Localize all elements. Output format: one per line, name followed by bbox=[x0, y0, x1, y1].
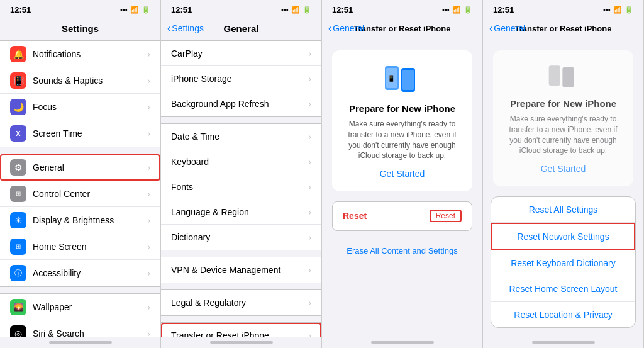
chevron-icon: › bbox=[308, 132, 311, 142]
nav-back-2[interactable]: ‹ Settings bbox=[167, 23, 204, 34]
get-started-link-bg[interactable]: Get Started bbox=[541, 164, 586, 174]
carplay-label: CarPlay bbox=[171, 48, 306, 59]
battery-icon-2: 🔋 bbox=[303, 6, 311, 14]
chevron-icon: › bbox=[308, 330, 311, 337]
panel-general: 12:51 ▪▪▪ 📶 🔋 ‹ Settings General CarPlay… bbox=[161, 0, 322, 348]
general-label: General bbox=[33, 162, 145, 172]
sidebar-item-focus[interactable]: 🌙 Focus › bbox=[0, 94, 160, 120]
reset-badge: Reset bbox=[430, 210, 462, 222]
sidebar-item-notifications[interactable]: 🔔 Notifications › bbox=[0, 41, 160, 67]
general-row-carplay[interactable]: CarPlay › bbox=[161, 41, 321, 66]
wifi-icon-3: 📶 bbox=[452, 6, 461, 14]
language-label: Language & Region bbox=[171, 207, 306, 217]
chevron-icon: › bbox=[147, 189, 150, 199]
nav-bar-2: ‹ Settings General bbox=[161, 18, 321, 40]
chevron-icon: › bbox=[147, 328, 150, 337]
reset-location-button[interactable]: Reset Location & Privacy bbox=[491, 302, 635, 327]
reset-allsettings-button[interactable]: Reset All Settings bbox=[491, 197, 635, 223]
general-group-4: Legal & Regulatory › bbox=[161, 289, 321, 316]
general-group-5: Transfer or Reset iPhone › Shut Down bbox=[161, 322, 321, 337]
general-row-language[interactable]: Language & Region › bbox=[161, 199, 321, 225]
general-row-datetime[interactable]: Date & Time › bbox=[161, 124, 321, 149]
status-icons-2: ▪▪▪ 📶 🔋 bbox=[281, 6, 311, 14]
general-row-fonts[interactable]: Fonts › bbox=[161, 174, 321, 199]
status-bar-4: 12:51 ▪▪▪ 📶 🔋 bbox=[483, 0, 643, 18]
sidebar-item-controlcenter[interactable]: ⊞ Control Center › bbox=[0, 181, 160, 207]
sounds-icon: 📳 bbox=[10, 72, 26, 89]
controlcenter-icon: ⊞ bbox=[10, 186, 26, 202]
sidebar-item-sounds[interactable]: 📳 Sounds & Haptics › bbox=[0, 67, 160, 94]
sidebar-item-siri[interactable]: ◎ Siri & Search › bbox=[0, 320, 160, 337]
focus-label: Focus bbox=[33, 102, 145, 112]
reset-network-button[interactable]: Reset Network Settings bbox=[491, 223, 635, 250]
reset-label: Reset bbox=[343, 211, 367, 221]
sidebar-item-accessibility[interactable]: ⓘ Accessibility › bbox=[0, 260, 160, 286]
chevron-icon: › bbox=[147, 128, 150, 138]
sidebar-item-screentime[interactable]: X Screen Time › bbox=[0, 120, 160, 147]
general-row-vpn[interactable]: VPN & Device Management › bbox=[161, 257, 321, 283]
erase-link[interactable]: Erase All Content and Settings bbox=[322, 241, 482, 261]
reset-label-row[interactable]: Reset Reset bbox=[333, 202, 472, 230]
reset-homescreen-button[interactable]: Reset Home Screen Layout bbox=[491, 276, 635, 302]
general-content[interactable]: CarPlay › iPhone Storage › Background Ap… bbox=[161, 40, 321, 337]
accessibility-icon: ⓘ bbox=[10, 265, 26, 281]
transfer-card-icon: 📱 bbox=[384, 63, 421, 97]
general-row-legal[interactable]: Legal & Regulatory › bbox=[161, 290, 321, 315]
status-bar-2: 12:51 ▪▪▪ 📶 🔋 bbox=[161, 0, 321, 18]
accessibility-label: Accessibility bbox=[33, 268, 145, 278]
reset-keyboard-button[interactable]: Reset Keyboard Dictionary bbox=[491, 250, 635, 276]
home-indicator-3 bbox=[322, 337, 482, 348]
backgroundapp-label: Background App Refresh bbox=[171, 99, 306, 109]
get-started-link[interactable]: Get Started bbox=[380, 169, 425, 179]
nav-back-label-2: Settings bbox=[172, 23, 204, 33]
settings-content[interactable]: 🔔 Notifications › 📳 Sounds & Haptics › 🌙… bbox=[0, 40, 160, 337]
reset-network-label: Reset Network Settings bbox=[517, 232, 609, 242]
display-label: Display & Brightness bbox=[33, 215, 145, 225]
signal-icon-3: ▪▪▪ bbox=[442, 6, 450, 13]
time-2: 12:51 bbox=[171, 5, 192, 14]
transfer-icon-bg bbox=[548, 63, 579, 92]
general-icon: ⚙ bbox=[10, 159, 26, 176]
chevron-icon: › bbox=[308, 232, 311, 242]
status-icons-4: ▪▪▪ 📶 🔋 bbox=[603, 6, 633, 14]
status-bar-3: 12:51 ▪▪▪ 📶 🔋 bbox=[322, 0, 482, 18]
back-chevron-2: ‹ bbox=[167, 23, 170, 34]
transfer-card-desc: Make sure everything's ready to transfer… bbox=[342, 119, 462, 161]
panel-settings: 12:51 ▪▪▪ 📶 🔋 Settings 🔔 Notifications ›… bbox=[0, 0, 161, 348]
chevron-icon: › bbox=[308, 265, 311, 275]
transfer-card: 📱 Prepare for New iPhone Make sure every… bbox=[332, 50, 472, 191]
general-row-dictionary[interactable]: Dictionary › bbox=[161, 225, 321, 250]
general-row-transfer[interactable]: Transfer or Reset iPhone › bbox=[161, 323, 321, 337]
chevron-icon: › bbox=[147, 302, 150, 312]
general-row-backgroundapp[interactable]: Background App Refresh › bbox=[161, 91, 321, 116]
general-row-keyboard[interactable]: Keyboard › bbox=[161, 149, 321, 174]
back-chevron-4: ‹ bbox=[489, 23, 492, 34]
transferreset-content[interactable]: 📱 Prepare for New iPhone Make sure every… bbox=[322, 40, 482, 337]
chevron-icon: › bbox=[308, 74, 311, 84]
homescreen-label: Home Screen bbox=[33, 242, 145, 252]
screentime-label: Screen Time bbox=[33, 128, 145, 138]
resetoptions-content[interactable]: Prepare for New iPhone Make sure everyth… bbox=[483, 40, 643, 337]
nav-title-resetoptions: Transfer or Reset iPhone bbox=[515, 24, 612, 33]
sounds-label: Sounds & Haptics bbox=[33, 76, 145, 86]
panel-transferreset: 12:51 ▪▪▪ 📶 🔋 ‹ General Transfer or Rese… bbox=[322, 0, 483, 348]
panel-resetoptions: 12:51 ▪▪▪ 📶 🔋 ‹ General Transfer or Rese… bbox=[483, 0, 644, 348]
datetime-label: Date & Time bbox=[171, 132, 306, 142]
settings-group-3: 🌄 Wallpaper › ◎ Siri & Search › 👤 Face I… bbox=[0, 293, 160, 337]
transfer-desc-bg: Make sure everything's ready to transfer… bbox=[503, 114, 623, 156]
home-bar bbox=[49, 341, 112, 344]
nav-back-4[interactable]: ‹ General bbox=[489, 23, 525, 34]
general-row-iphonestorage[interactable]: iPhone Storage › bbox=[161, 66, 321, 91]
status-bar-1: 12:51 ▪▪▪ 📶 🔋 bbox=[0, 0, 160, 18]
chevron-icon: › bbox=[147, 49, 150, 59]
settings-group-2: ⚙ General › ⊞ Control Center › ☀ Display… bbox=[0, 154, 160, 287]
battery-icon-4: 🔋 bbox=[625, 6, 633, 14]
nav-title-transferreset: Transfer or Reset iPhone bbox=[354, 24, 451, 33]
sidebar-item-display[interactable]: ☀ Display & Brightness › bbox=[0, 207, 160, 233]
sidebar-item-homescreen[interactable]: ⊞ Home Screen › bbox=[0, 233, 160, 260]
general-group-2: Date & Time › Keyboard › Fonts › Languag… bbox=[161, 123, 321, 250]
sidebar-item-wallpaper[interactable]: 🌄 Wallpaper › bbox=[0, 294, 160, 320]
home-indicator bbox=[0, 337, 160, 348]
nav-back-3[interactable]: ‹ General bbox=[328, 23, 364, 34]
sidebar-item-general[interactable]: ⚙ General › bbox=[0, 154, 160, 181]
